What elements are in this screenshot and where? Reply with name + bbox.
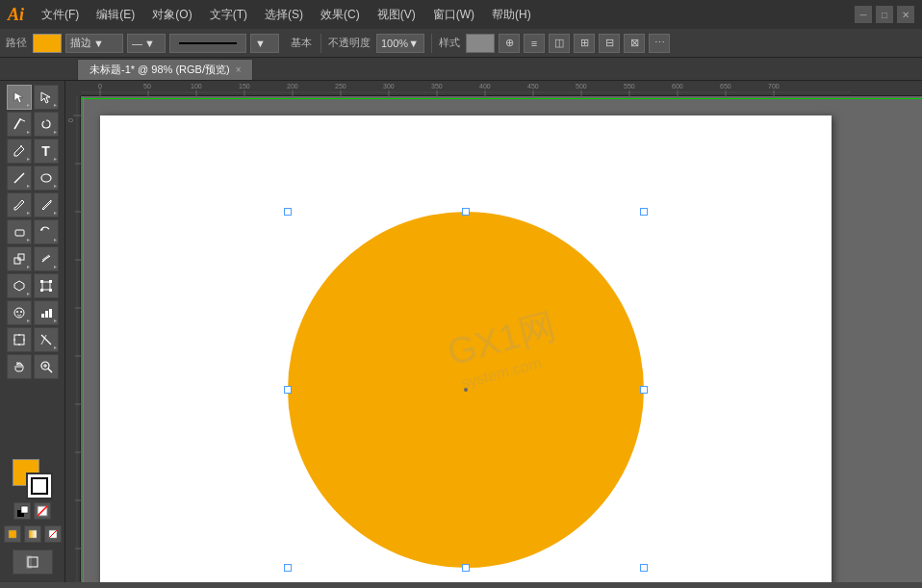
- default-colors-btn[interactable]: [13, 502, 31, 520]
- line-tool[interactable]: ▸: [7, 166, 32, 191]
- menu-type[interactable]: 文字(T): [202, 5, 255, 25]
- stroke-dropdown[interactable]: 描边 ▼: [65, 34, 123, 53]
- direct-select-tool[interactable]: ▸: [34, 85, 59, 110]
- tabbar: 未标题-1* @ 98% (RGB/预览) ×: [0, 58, 922, 81]
- menu-edit[interactable]: 编辑(E): [89, 5, 142, 25]
- menu-file[interactable]: 文件(F): [34, 5, 87, 25]
- circle-shape[interactable]: [288, 212, 644, 568]
- style-preview[interactable]: [466, 34, 495, 53]
- pen-tool[interactable]: ▸: [7, 139, 32, 164]
- symbol-tool[interactable]: ▸: [7, 300, 32, 325]
- paintbrush-tool[interactable]: ▸: [7, 192, 32, 217]
- zoom-tool[interactable]: [34, 354, 59, 379]
- screen-mode-btn[interactable]: [13, 550, 53, 575]
- stroke-line: [179, 42, 237, 44]
- menu-window[interactable]: 窗口(W): [425, 5, 482, 25]
- svg-marker-10: [14, 281, 24, 291]
- maximize-button[interactable]: □: [876, 6, 893, 23]
- handle-bot-center[interactable]: [462, 564, 470, 572]
- svg-text:400: 400: [479, 83, 491, 89]
- fill-mode-btn[interactable]: [4, 525, 21, 543]
- svg-rect-38: [29, 530, 37, 538]
- toolbar-extra-btn6[interactable]: ⊠: [624, 34, 645, 53]
- app-logo: Ai: [8, 5, 24, 25]
- warp-tool[interactable]: ▸: [34, 246, 59, 271]
- fill-color-box[interactable]: [33, 34, 62, 53]
- graph-tool[interactable]: ▸: [34, 300, 59, 325]
- svg-rect-37: [9, 530, 16, 538]
- svg-text:350: 350: [431, 83, 443, 89]
- magic-wand-tool[interactable]: ▸: [7, 112, 32, 137]
- stroke-label: 描边: [70, 36, 91, 50]
- stroke-end-dropdown[interactable]: ▼: [250, 34, 279, 53]
- close-button[interactable]: ✕: [897, 6, 914, 23]
- tool-row-hand: [0, 354, 64, 379]
- pencil-tool[interactable]: ▸: [34, 192, 59, 217]
- type-tool[interactable]: T ▸: [34, 139, 59, 164]
- canvas-content: GX1网 system.com: [81, 96, 922, 582]
- svg-text:650: 650: [720, 83, 731, 89]
- svg-rect-19: [41, 314, 44, 318]
- select-tool[interactable]: ▸: [7, 85, 32, 110]
- handle-bot-right[interactable]: [640, 564, 648, 572]
- tool-row-eraser: ▸ ▸: [0, 219, 64, 244]
- vertical-guide: [83, 96, 84, 582]
- opacity-field[interactable]: 100% ▼: [376, 34, 424, 53]
- tool-row-magic: ▸ ▸: [0, 112, 64, 137]
- svg-rect-42: [26, 555, 32, 569]
- toolbar-extra-btn5[interactable]: ⊟: [599, 34, 620, 53]
- canvas-area[interactable]: 0 50 100 150 200 250 300 350 400: [65, 81, 922, 582]
- svg-rect-11: [42, 282, 50, 290]
- handle-mid-left[interactable]: [284, 386, 292, 394]
- free-transform-tool[interactable]: [34, 273, 59, 298]
- hand-tool[interactable]: [7, 354, 32, 379]
- tool-row-pen: ▸ T ▸: [0, 139, 64, 164]
- scale-tool[interactable]: ▸: [7, 246, 32, 271]
- artboard-tool[interactable]: [7, 327, 32, 352]
- shaper-tool[interactable]: ▸: [7, 273, 32, 298]
- svg-point-2: [19, 118, 21, 120]
- toolbar-extra-btn3[interactable]: ◫: [549, 34, 570, 53]
- none-mode-btn[interactable]: [44, 525, 62, 543]
- svg-text:200: 200: [287, 83, 298, 89]
- eraser-tool[interactable]: ▸: [7, 219, 32, 244]
- svg-point-3: [20, 145, 22, 147]
- menu-select[interactable]: 选择(S): [257, 5, 311, 25]
- stroke-swatch[interactable]: [26, 473, 53, 499]
- handle-bot-left[interactable]: [284, 564, 292, 572]
- path-label: 路径: [6, 36, 27, 50]
- handle-top-center[interactable]: [462, 208, 470, 216]
- slice-tool[interactable]: ▸: [34, 327, 59, 352]
- rotate-tool[interactable]: ▸: [34, 219, 59, 244]
- lasso-tool[interactable]: ▸: [34, 112, 59, 137]
- svg-rect-6: [15, 230, 24, 236]
- handle-mid-right[interactable]: [640, 386, 648, 394]
- tab-title: 未标题-1* @ 98% (RGB/预览): [90, 63, 230, 77]
- toolbar-extra-btn2[interactable]: ≡: [524, 34, 545, 53]
- minimize-button[interactable]: ─: [855, 6, 872, 23]
- stroke-style-dropdown[interactable]: — ▼: [127, 34, 166, 53]
- ellipse-tool[interactable]: ▸: [34, 166, 59, 191]
- menu-help[interactable]: 帮助(H): [484, 5, 539, 25]
- svg-rect-8: [14, 258, 20, 264]
- svg-text:50: 50: [143, 83, 151, 89]
- svg-point-18: [20, 311, 22, 313]
- document-tab[interactable]: 未标题-1* @ 98% (RGB/预览) ×: [77, 59, 253, 80]
- none-color-btn[interactable]: [34, 502, 51, 520]
- tab-close-button[interactable]: ×: [236, 64, 242, 75]
- center-point: [464, 388, 468, 392]
- menu-effect[interactable]: 效果(C): [313, 5, 368, 25]
- menu-object[interactable]: 对象(O): [144, 5, 199, 25]
- toolbar-extra-btn1[interactable]: ⊕: [499, 34, 520, 53]
- menu-view[interactable]: 视图(V): [370, 5, 423, 25]
- gradient-mode-btn[interactable]: [24, 525, 41, 543]
- toolbar-extra-btn7[interactable]: ⋯: [649, 34, 670, 53]
- svg-text:100: 100: [191, 83, 202, 89]
- horizontal-guide: [81, 98, 922, 99]
- handle-top-right[interactable]: [640, 208, 648, 216]
- handle-top-left[interactable]: [284, 208, 292, 216]
- toolbar-extra-btn4[interactable]: ⊞: [574, 34, 595, 53]
- svg-text:450: 450: [527, 83, 539, 89]
- svg-line-4: [14, 173, 24, 183]
- svg-rect-15: [49, 289, 52, 292]
